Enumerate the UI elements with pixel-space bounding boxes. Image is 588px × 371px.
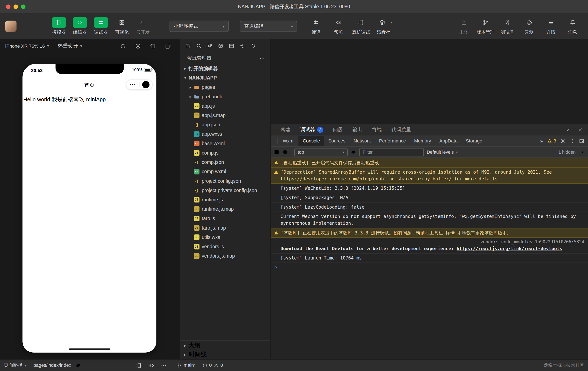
hot-reload-toggle[interactable]: 热重载 开 ▾ [58, 43, 82, 49]
container-icon[interactable] [240, 43, 245, 49]
tree-item-taro.js[interactable]: JStaro.js [180, 214, 271, 223]
devtools-tab-console[interactable]: Console [299, 136, 324, 146]
open-editors-section[interactable]: ▸ 打开的编辑器 [180, 64, 271, 73]
toolbar-button-messages[interactable]: 消息 [563, 17, 583, 35]
tree-item-runtime.js[interactable]: JSruntime.js [180, 195, 271, 204]
tree-item-comp.json[interactable]: {}comp.json [180, 158, 271, 167]
project-section[interactable]: ▾ NANJIUAPP [180, 73, 271, 83]
capsule-more-icon[interactable]: ••• [126, 83, 139, 86]
branch-icon[interactable] [207, 43, 213, 49]
page-path-dropdown[interactable]: 页面路径 ▾ [4, 362, 27, 369]
tree-item-project.private.config.json[interactable]: {}project.private.config.json [180, 186, 271, 195]
panel-expand-button[interactable] [566, 127, 571, 132]
devtools-tab-storage[interactable]: Storage [462, 136, 486, 146]
console-source-link[interactable]: vendors-node_modules…1b9022d15f0206:5824 [280, 239, 584, 245]
toolbar-button-debugger[interactable]: 调试器 [91, 17, 111, 35]
capsule-menu[interactable]: ••• [126, 80, 153, 90]
panel-tab-code-quality[interactable]: 代码质量 [387, 124, 416, 136]
panel-close-button[interactable] [578, 127, 583, 132]
window-icon[interactable] [229, 43, 234, 49]
tree-item-app.json[interactable]: {}app.json [180, 120, 271, 129]
explorer-footer-item-时间线[interactable]: ▸时间线 [180, 350, 271, 359]
tree-item-app.wxss[interactable]: Sapp.wxss [180, 129, 271, 139]
tree-item-vendors.js.map[interactable]: JSvendors.js.map [180, 251, 271, 261]
toolbar-button-preview[interactable]: 预览 [328, 17, 349, 35]
ellipsis-icon[interactable] [161, 362, 167, 368]
tree-item-base.wxml[interactable]: <>base.wxml [180, 139, 271, 148]
console-prompt[interactable]: > [271, 263, 588, 272]
compile-mode-select[interactable]: 普通编译 ▾ [240, 21, 297, 32]
panel-tab-terminal[interactable]: 终端 [367, 124, 387, 136]
files-icon[interactable] [185, 43, 191, 49]
toolbar-button-simulator[interactable]: 模拟器 [49, 17, 69, 35]
console-context-select[interactable]: top ▾ [294, 148, 348, 156]
git-branch-indicator[interactable]: main* [177, 363, 196, 368]
panel-tab-debugger[interactable]: 调试器3 [295, 124, 328, 136]
explorer-footer-item-大纲[interactable]: ▸大纲 [180, 341, 271, 350]
toolbar-button-upload[interactable]: 上传 [454, 17, 474, 35]
tree-item-taro.js.map[interactable]: JStaro.js.map [180, 223, 271, 233]
clear-console-button[interactable] [282, 149, 288, 155]
tree-item-comp.wxml[interactable]: <>comp.wxml [180, 167, 271, 176]
toolbar-button-editor[interactable]: 编辑器 [70, 17, 90, 35]
problems-indicator[interactable]: 0 0 [202, 363, 223, 368]
devtools-tab-performance[interactable]: Performance [375, 136, 410, 146]
devtools-tab-appdata[interactable]: AppData [435, 136, 462, 146]
devtools-settings-button[interactable] [560, 138, 566, 144]
console-link[interactable]: https://developer.chrome.com/blog/enabli… [281, 176, 452, 181]
live-expression-button[interactable] [351, 149, 356, 155]
refresh-icon[interactable] [120, 43, 126, 49]
devtools-menu-button[interactable] [569, 138, 575, 144]
copy-icon[interactable] [76, 363, 81, 368]
tree-item-prebundle[interactable]: ▸prebundle [180, 92, 271, 101]
devtools-tab-sources[interactable]: Sources [324, 136, 349, 146]
toolbar-button-cloud-dev[interactable]: 云开发 [133, 17, 153, 35]
mode-select[interactable]: 小程序模式 ▾ [169, 21, 229, 32]
close-window-button[interactable] [6, 4, 10, 9]
search-icon[interactable] [196, 43, 202, 49]
console-levels-select[interactable]: Default levels ▾ [427, 149, 458, 155]
screenshot-icon[interactable] [165, 43, 171, 49]
panel-tab-build[interactable]: 构建 [276, 124, 295, 136]
zoom-window-button[interactable] [21, 4, 25, 9]
toolbar-button-compile[interactable]: 编译 [306, 17, 326, 35]
toolbar-button-test-account[interactable]: 测试号 [497, 17, 518, 35]
tabs-overflow-button[interactable]: » [540, 138, 543, 144]
preview-icon[interactable] [148, 362, 154, 368]
tree-item-pages[interactable]: ▸pages [180, 83, 271, 92]
console-warning-count[interactable]: 3 [547, 138, 556, 144]
console-filter-input[interactable] [359, 148, 424, 156]
panel-tab-output[interactable]: 输出 [348, 124, 367, 136]
panel-tab-problems[interactable]: 问题 [328, 124, 348, 136]
devtools-tab-wxml[interactable]: Wxml [279, 136, 298, 146]
console-settings-button[interactable] [579, 149, 585, 155]
capsule-close-icon[interactable] [139, 78, 152, 91]
devtools-tab-network[interactable]: Network [349, 136, 375, 146]
minimize-window-button[interactable] [14, 4, 18, 9]
more-actions-icon[interactable]: ⋯ [260, 55, 265, 61]
record-icon[interactable] [135, 43, 141, 49]
tree-item-utils.wxs[interactable]: JSutils.wxs [180, 233, 271, 242]
toolbar-button-version-manage[interactable]: 版本管理 [475, 17, 496, 35]
device-select[interactable]: iPhone XR 76% 16 ▾ [5, 43, 49, 49]
tree-item-comp.js[interactable]: JScomp.js [180, 148, 271, 158]
device-debug-icon[interactable] [136, 362, 142, 368]
avatar[interactable] [5, 21, 17, 32]
plug-icon[interactable] [251, 43, 256, 49]
tree-item-app.js[interactable]: JSapp.js [180, 101, 271, 111]
tree-item-runtime.js.map[interactable]: JSruntime.js.map [180, 204, 271, 214]
tree-item-project.config.json[interactable]: {}project.config.json [180, 176, 271, 186]
console-sidebar-toggle[interactable] [274, 149, 279, 155]
package-icon[interactable] [218, 43, 224, 49]
toolbar-button-device-debug[interactable]: 真机调试 [351, 17, 371, 35]
tree-item-app.js.map[interactable]: JSapp.js.map [180, 111, 271, 120]
toolbar-button-clear-cache[interactable]: ▾清缓存 [374, 17, 394, 35]
console-link[interactable]: https://reactjs.org/link/react-devtools [457, 246, 562, 251]
toolbar-button-details[interactable]: 详情 [541, 17, 561, 35]
rotate-icon[interactable] [150, 43, 156, 49]
toolbar-button-cloud-test[interactable]: 云测 [519, 17, 539, 35]
toolbar-button-visualize[interactable]: 可视化 [112, 17, 132, 35]
dock-side-button[interactable] [579, 138, 584, 144]
tree-item-vendors.js[interactable]: JSvendors.js [180, 242, 271, 251]
devtools-tab-memory[interactable]: Memory [410, 136, 435, 146]
